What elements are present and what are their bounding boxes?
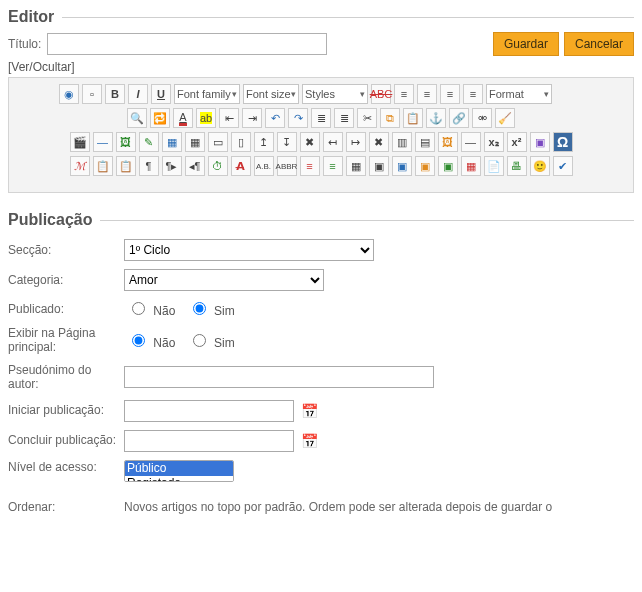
published-no-label: Não [153,304,175,318]
del-button[interactable]: ≡ [300,156,320,176]
editimage-icon[interactable]: ✎ [139,132,159,152]
underline-button[interactable]: U [151,84,171,104]
pasteword-icon[interactable]: 📋 [116,156,136,176]
layer-button[interactable]: ▣ [369,156,389,176]
layerfwd-button[interactable]: ▣ [392,156,412,176]
visualaid-button[interactable]: ▦ [461,156,481,176]
frontpage-no-radio[interactable] [132,334,145,347]
align-justify-button[interactable]: ≡ [463,84,483,104]
copy-icon[interactable]: ⧉ [380,108,400,128]
numlist-button[interactable]: ≣ [311,108,331,128]
about-icon[interactable]: ◉ [59,84,79,104]
col-before-button[interactable]: ↤ [323,132,343,152]
category-select[interactable]: Amor [124,269,324,291]
print-icon[interactable]: 🖶 [507,156,527,176]
font-size-select[interactable]: Font size ▾ [243,84,299,104]
row-before-button[interactable]: ↥ [254,132,274,152]
calendar-icon[interactable]: 📅 [300,402,318,420]
save-button[interactable]: Guardar [493,32,559,56]
textcolor-button[interactable]: A [173,108,193,128]
paste-icon[interactable]: 📋 [403,108,423,128]
font-family-select[interactable]: Font family ▾ [174,84,240,104]
row-after-button[interactable]: ↧ [277,132,297,152]
inserttime-icon[interactable]: ⏱ [208,156,228,176]
media-button[interactable]: 🖼 [438,132,458,152]
cancel-button[interactable]: Cancelar [564,32,634,56]
acronym-button[interactable]: ABBR [277,156,297,176]
unlink-icon[interactable]: ⚮ [472,108,492,128]
published-yes-radio[interactable] [193,302,206,315]
align-center-button[interactable]: ≡ [417,84,437,104]
strikethrough-button[interactable]: ABC [371,84,391,104]
removes-format[interactable]: A̶ [231,156,251,176]
table-button[interactable]: ▦ [162,132,182,152]
frontpage-yes-radio[interactable] [193,334,206,347]
start-input[interactable] [124,400,294,422]
bold-button[interactable]: B [105,84,125,104]
link-icon[interactable]: 🔗 [449,108,469,128]
redo-button[interactable]: ↷ [288,108,308,128]
align-left-button[interactable]: ≡ [394,84,414,104]
format-label: Format [489,88,524,100]
end-input[interactable] [124,430,294,452]
newdoc-icon[interactable]: ▫ [82,84,102,104]
layerback-button[interactable]: ▣ [415,156,435,176]
published-no-radio[interactable] [132,302,145,315]
spellcheck-icon[interactable]: ✔ [553,156,573,176]
find-icon[interactable]: 🔍 [127,108,147,128]
styles-select[interactable]: Styles ▾ [302,84,368,104]
cut-icon[interactable]: ✂ [357,108,377,128]
emoji-icon[interactable]: 🙂 [530,156,550,176]
access-select[interactable]: Público Registado Especial [124,460,234,482]
video-icon[interactable]: 🎬 [70,132,90,152]
pub-header: Publicação [8,211,634,229]
fullscreen-button[interactable]: ▣ [530,132,550,152]
template-icon[interactable]: 📄 [484,156,504,176]
frontpage-no-label: Não [153,336,175,350]
layerabs-button[interactable]: ▣ [438,156,458,176]
section-select[interactable]: 1º Ciclo [124,239,374,261]
pastetext-icon[interactable]: 📋 [93,156,113,176]
tableprops-button[interactable]: ▦ [185,132,205,152]
indent-button[interactable]: ⇥ [242,108,262,128]
superscript-button[interactable]: x² [507,132,527,152]
italic-button[interactable]: I [128,84,148,104]
align-right-button[interactable]: ≡ [440,84,460,104]
replace-icon[interactable]: 🔁 [150,108,170,128]
col-delete-button[interactable]: ✖ [369,132,389,152]
subscript-button[interactable]: x₂ [484,132,504,152]
row-delete-button[interactable]: ✖ [300,132,320,152]
format-select[interactable]: Format ▾ [486,84,552,104]
styles-label: Styles [305,88,335,100]
editor-legend: Editor [8,8,62,26]
undo-button[interactable]: ↶ [265,108,285,128]
cleanup-icon[interactable]: 🧹 [495,108,515,128]
calendar-icon[interactable]: 📅 [300,432,318,450]
toggle-editor-link[interactable]: [Ver/Ocultar] [8,60,75,74]
order-help: Novos artigos no topo por padrão. Ordem … [124,500,552,516]
ltr-button[interactable]: ¶▸ [162,156,182,176]
cell-props-button[interactable]: ▯ [231,132,251,152]
charmap-button[interactable]: Ω [553,132,573,152]
row-props-button[interactable]: ▭ [208,132,228,152]
hilite-button[interactable]: ab [196,108,216,128]
outdent-button[interactable]: ⇤ [219,108,239,128]
col-after-button[interactable]: ↦ [346,132,366,152]
anchor-icon[interactable]: ⚓ [426,108,446,128]
hr2-button[interactable]: — [461,132,481,152]
split-button[interactable]: ▥ [392,132,412,152]
merge-button[interactable]: ▤ [415,132,435,152]
hr-button[interactable]: — [93,132,113,152]
image-icon[interactable]: 🖼 [116,132,136,152]
attribs-button[interactable]: ▦ [346,156,366,176]
access-option-public[interactable]: Público [125,461,233,476]
ins-button[interactable]: ≡ [323,156,343,176]
alias-input[interactable] [124,366,434,388]
readmore-icon[interactable]: ℳ [70,156,90,176]
access-option-registered[interactable]: Registado [125,476,233,482]
abbr-button[interactable]: A.B. [254,156,274,176]
bullist-button[interactable]: ≣ [334,108,354,128]
visualchars-button[interactable]: ¶ [139,156,159,176]
rtl-button[interactable]: ◂¶ [185,156,205,176]
title-input[interactable] [47,33,327,55]
